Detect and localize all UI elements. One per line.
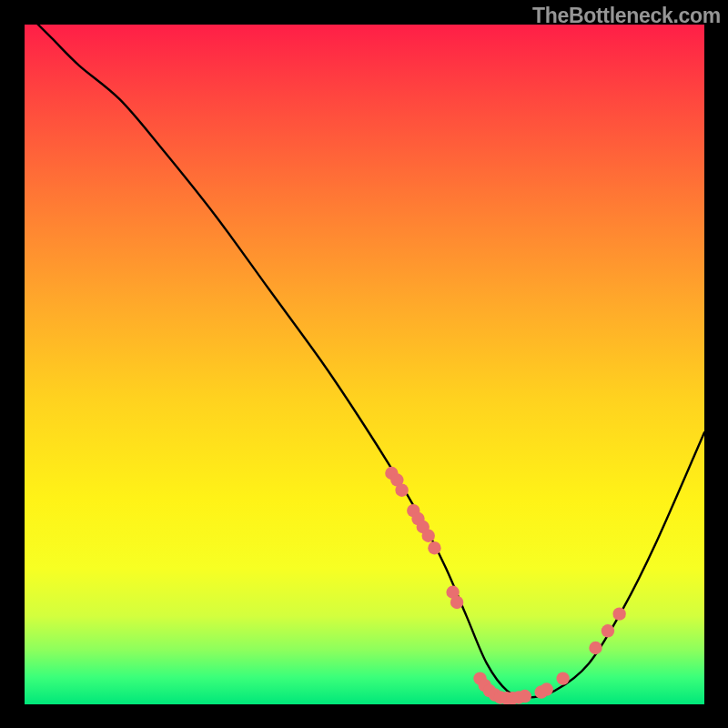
plot-area bbox=[25, 25, 704, 704]
highlight-dot bbox=[602, 624, 614, 637]
highlight-dot bbox=[612, 607, 625, 620]
highlight-dot bbox=[422, 530, 435, 542]
highlight-dot bbox=[541, 682, 553, 695]
highlight-dot bbox=[589, 642, 602, 654]
highlight-dot bbox=[395, 483, 408, 496]
highlight-dot bbox=[556, 672, 569, 684]
chart-frame: TheBottleneck.com bbox=[0, 0, 728, 728]
watermark-text: TheBottleneck.com bbox=[532, 4, 721, 28]
bottleneck-curve bbox=[25, 25, 704, 698]
chart-svg bbox=[25, 25, 704, 704]
highlight-dot bbox=[428, 541, 440, 554]
highlight-dot bbox=[519, 690, 531, 703]
highlight-dots bbox=[385, 467, 626, 704]
highlight-dot bbox=[450, 596, 463, 609]
